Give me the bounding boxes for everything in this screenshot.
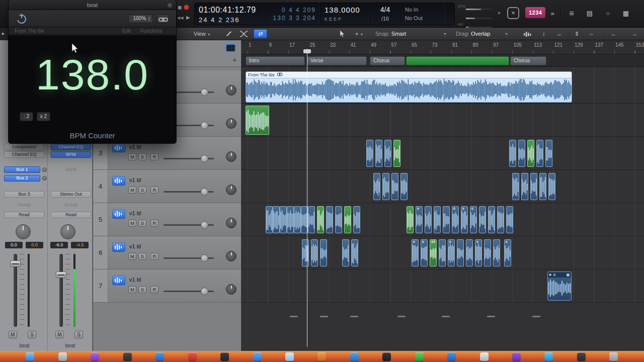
pan-knob[interactable] (16, 224, 31, 239)
mute-button[interactable]: M (128, 220, 136, 227)
send-knob[interactable] (42, 167, 47, 172)
volume-slider-handle[interactable] (201, 254, 208, 262)
insert-slot[interactable]: BPM (51, 151, 91, 158)
audio-region[interactable] (479, 206, 486, 233)
volume-slider[interactable] (164, 224, 214, 226)
group-slot[interactable]: Group (4, 202, 44, 208)
add-track-button[interactable]: + (232, 55, 237, 64)
record-enable-button[interactable]: R (150, 220, 158, 227)
record-enable-button[interactable]: R (150, 253, 158, 260)
audio-region[interactable] (548, 173, 555, 200)
audio-region[interactable]: c (412, 239, 419, 266)
crossfade-tool-icon[interactable] (239, 31, 248, 38)
view-menu[interactable]: View▼ (194, 31, 211, 37)
audio-region[interactable]: c (448, 239, 455, 266)
secondary-tool-icon[interactable]: +▼ (355, 31, 363, 37)
audio-region[interactable] (326, 206, 333, 233)
automation-mode[interactable]: Read (51, 212, 91, 218)
scroll-right-icon[interactable]: → (632, 31, 637, 37)
audio-region[interactable] (530, 173, 537, 200)
display-mode-icon[interactable] (225, 44, 236, 52)
audio-region[interactable] (287, 206, 294, 233)
audio-region[interactable] (246, 106, 269, 135)
plugin-zoom-stepper[interactable]: 100%▲▼ (128, 14, 153, 23)
track-header[interactable]: 5v1 ldMSR (93, 203, 242, 236)
dock-app-icon[interactable] (26, 352, 34, 361)
fader-handle[interactable] (56, 272, 66, 278)
audio-region[interactable] (484, 239, 491, 266)
audio-region[interactable] (521, 173, 528, 200)
lcd-chevron-icon[interactable]: ▼ (497, 11, 501, 16)
lcd-midi-section[interactable]: No In No Out (401, 3, 445, 25)
play-icon[interactable]: ▶ (186, 15, 190, 20)
fader-handle[interactable] (10, 260, 21, 267)
dock-app-icon[interactable] (285, 352, 294, 361)
double-tempo-button[interactable]: x 2 (37, 112, 50, 121)
audio-region[interactable]: c (504, 239, 511, 266)
output-slot[interactable]: Stereo Out (51, 191, 91, 198)
audio-region[interactable] (317, 206, 324, 233)
track-header[interactable]: 4v1 ldMSR (93, 170, 242, 203)
dock-app-icon[interactable] (512, 352, 521, 361)
vertical-zoom-icon[interactable]: ⇕ (575, 31, 579, 37)
audio-region[interactable] (384, 140, 391, 167)
audio-region[interactable] (308, 206, 315, 233)
audio-region[interactable] (375, 140, 382, 167)
dock-app-icon[interactable] (188, 352, 197, 361)
track-header[interactable]: 7v1 ldMSR (93, 269, 242, 303)
media-browser-icon[interactable]: ▦ (620, 8, 632, 19)
audio-region[interactable]: From The 6ix (246, 71, 572, 103)
volume-slider[interactable] (164, 191, 214, 193)
rewind-icon[interactable]: ◀◀ (177, 16, 183, 21)
dock-app-icon[interactable] (382, 352, 391, 361)
mute-button[interactable]: M (128, 286, 136, 293)
peak-value[interactable]: 0.0 (26, 242, 43, 248)
send-slot[interactable]: Bus 1 (4, 166, 40, 173)
horizontal-zoom-icon[interactable]: ⇔ (589, 31, 594, 37)
audio-region[interactable] (539, 173, 546, 200)
dock-app-icon[interactable] (317, 352, 326, 361)
arrange-area[interactable]: From The 6ixvcccccv1ccc▶A▦ (242, 67, 644, 351)
audio-region[interactable] (294, 206, 301, 233)
audio-region[interactable]: c (475, 239, 482, 266)
audio-region[interactable] (400, 173, 408, 200)
volume-slider[interactable] (164, 291, 214, 292)
plugin-title-bar[interactable]: beat (9, 0, 176, 10)
peak-value[interactable]: -4.5 (71, 242, 89, 248)
window-button-icon[interactable] (168, 3, 172, 8)
volume-slider-handle[interactable] (201, 288, 208, 295)
stop-all-midi-icon[interactable]: × (507, 7, 519, 19)
audio-region[interactable] (344, 206, 351, 233)
audio-region[interactable] (545, 140, 552, 167)
dock-app-icon[interactable] (253, 352, 262, 361)
half-tempo-button[interactable]: : 2 (20, 112, 33, 121)
send-slot[interactable]: Bus 2 (4, 175, 40, 182)
power-icon[interactable] (16, 13, 28, 25)
audio-region[interactable]: v (416, 206, 423, 233)
mute-button[interactable]: M (128, 153, 136, 160)
volume-slider-handle[interactable] (201, 155, 208, 162)
audio-region[interactable] (439, 239, 446, 266)
audio-region[interactable] (512, 173, 519, 200)
arrangement-marker[interactable]: Chorus (510, 56, 546, 65)
audio-region[interactable] (353, 206, 360, 233)
solo-button[interactable]: S (74, 331, 83, 338)
audio-region[interactable] (320, 239, 327, 266)
volume-slider-handle[interactable] (201, 188, 208, 196)
audio-region[interactable] (273, 206, 280, 233)
audio-region[interactable] (335, 206, 342, 233)
dock-app-icon[interactable] (480, 352, 489, 361)
pointer-tool-icon[interactable] (340, 30, 345, 39)
insert-slot[interactable]: Channel EQ (4, 151, 44, 158)
record-icon[interactable] (184, 5, 189, 10)
output-slot[interactable]: Bus 3 (4, 191, 44, 198)
arrangement-marker[interactable]: Verse (307, 56, 367, 65)
volume-slider-handle[interactable] (201, 122, 208, 129)
dock-app-icon[interactable] (155, 352, 164, 361)
pan-knob[interactable] (60, 224, 75, 239)
lcd-tempo-section[interactable]: 138.0000 KEEP (320, 3, 370, 25)
volume-slider[interactable] (164, 158, 214, 159)
pan-knob[interactable] (226, 118, 236, 129)
audio-region[interactable] (280, 206, 287, 233)
insert-slot[interactable]: Compressor (4, 144, 44, 150)
